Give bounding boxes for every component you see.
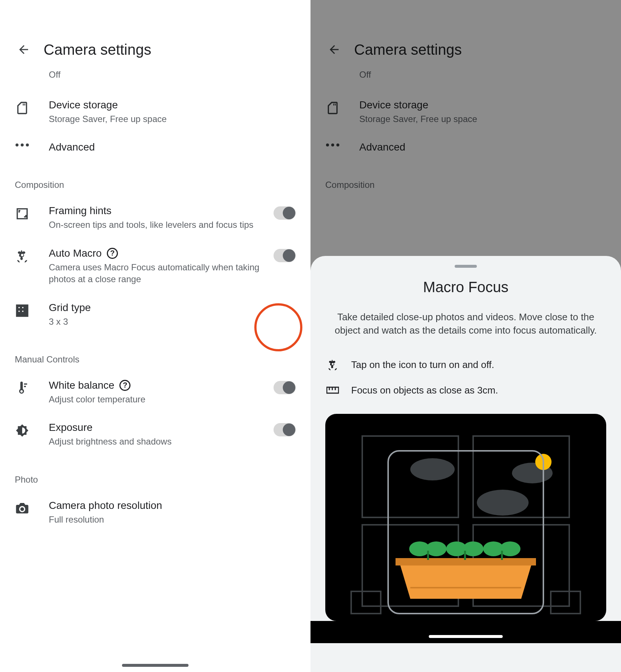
back-button[interactable] [15, 41, 33, 58]
section-manual: Manual Controls [15, 336, 296, 371]
row-sub: Full resolution [49, 514, 296, 526]
row-photo-resolution[interactable]: Camera photo resolution Full resolution [15, 492, 296, 534]
row-title: Grid type [49, 302, 296, 314]
row-sub: 3 x 3 [49, 316, 296, 328]
flower-icon [325, 359, 340, 371]
more-icon [15, 141, 34, 147]
macro-illustration [325, 414, 606, 621]
svg-point-2 [26, 143, 29, 146]
row-device-storage[interactable]: Device storage Storage Saver, Free up sp… [15, 91, 296, 133]
ruler-icon [325, 386, 340, 395]
row-advanced: Advanced [325, 133, 606, 161]
tip-text: Focus on objects as close as 3cm. [351, 385, 498, 396]
sheet-title: Macro Focus [325, 279, 606, 296]
nav-bar-pill [122, 664, 189, 667]
row-title: Advanced [359, 141, 606, 153]
white-balance-toggle[interactable] [274, 381, 296, 394]
frame-icon [15, 205, 34, 221]
row-title: Device storage [359, 99, 606, 111]
svg-point-5 [336, 143, 339, 146]
more-icon [325, 141, 345, 147]
row-title: Auto Macro ? [49, 247, 266, 259]
framing-hints-toggle[interactable] [274, 206, 296, 220]
sheet-tip-toggle: Tap on the icon to turn on and off. [325, 352, 606, 378]
row-title: Framing hints [49, 205, 266, 217]
auto-macro-toggle[interactable] [274, 249, 296, 262]
page-title: Camera settings [44, 41, 151, 58]
flower-icon [15, 247, 34, 264]
grid-icon [15, 302, 34, 318]
exposure-toggle[interactable] [274, 423, 296, 436]
sd-card-icon [325, 99, 345, 115]
header: Camera settings [310, 0, 621, 70]
row-grid-type[interactable]: Grid type 3 x 3 [15, 294, 296, 336]
svg-point-17 [477, 490, 529, 516]
row-title: Camera photo resolution [49, 500, 296, 511]
right-pane: Camera settings Off Device storage Stora… [310, 0, 621, 672]
svg-point-0 [16, 143, 18, 146]
settings-list: Off Device storage Storage Saver, Free u… [0, 70, 310, 534]
row-title: White balance ? [49, 379, 266, 391]
row-white-balance[interactable]: White balance ? Adjust color temperature [15, 371, 296, 413]
row-framing-hints[interactable]: Framing hints On-screen tips and tools, … [15, 197, 296, 239]
page-title: Camera settings [354, 41, 462, 58]
row-sub: Storage Saver, Free up space [359, 113, 606, 125]
brightness-icon [15, 422, 34, 438]
off-label: Off [325, 70, 606, 80]
row-sub: On-screen tips and tools, like levelers … [49, 219, 266, 231]
arrow-left-icon [17, 43, 30, 56]
row-title: Exposure [49, 422, 266, 433]
help-icon[interactable]: ? [119, 380, 130, 391]
auto-macro-label: Auto Macro [49, 247, 102, 259]
section-photo: Photo [15, 456, 296, 492]
row-sub: Camera uses Macro Focus automatically wh… [49, 261, 266, 286]
header: Camera settings [0, 0, 310, 70]
section-composition: Composition [325, 161, 606, 197]
row-sub: Adjust brightness and shadows [49, 436, 266, 448]
svg-point-4 [331, 143, 334, 146]
thermometer-icon [15, 379, 34, 396]
sheet-drag-handle[interactable] [455, 265, 477, 268]
off-label: Off [15, 70, 296, 80]
settings-list-dimmed: Off Device storage Storage Saver, Free u… [310, 70, 621, 197]
camera-icon [15, 500, 34, 516]
sd-card-icon [15, 99, 34, 115]
row-auto-macro[interactable]: Auto Macro ? Camera uses Macro Focus aut… [15, 239, 296, 294]
row-exposure[interactable]: Exposure Adjust brightness and shadows [15, 413, 296, 456]
wb-label: White balance [49, 379, 114, 391]
left-pane: Camera settings Off Device storage Stora… [0, 0, 310, 672]
nav-bar-pill [429, 635, 503, 638]
arrow-left-icon [328, 43, 341, 56]
svg-point-1 [21, 143, 24, 146]
row-advanced[interactable]: Advanced [15, 133, 296, 161]
row-sub: Storage Saver, Free up space [49, 113, 296, 125]
sheet-tip-distance: Focus on objects as close as 3cm. [325, 378, 606, 403]
row-device-storage: Device storage Storage Saver, Free up sp… [325, 91, 606, 133]
row-title: Advanced [49, 141, 296, 153]
help-icon[interactable]: ? [107, 248, 118, 259]
row-sub: Adjust color temperature [49, 394, 266, 405]
tip-text: Tap on the icon to turn on and off. [351, 359, 494, 371]
macro-focus-sheet: Macro Focus Take detailed close-up photo… [310, 256, 621, 672]
row-title: Device storage [49, 99, 296, 111]
svg-point-3 [326, 143, 329, 146]
svg-rect-14 [351, 591, 381, 614]
nav-bar [310, 621, 621, 643]
back-button[interactable] [325, 41, 343, 58]
sheet-description: Take detailed close-up photos and videos… [329, 310, 603, 337]
svg-point-16 [410, 458, 455, 480]
section-composition: Composition [15, 161, 296, 197]
svg-rect-15 [551, 591, 580, 614]
